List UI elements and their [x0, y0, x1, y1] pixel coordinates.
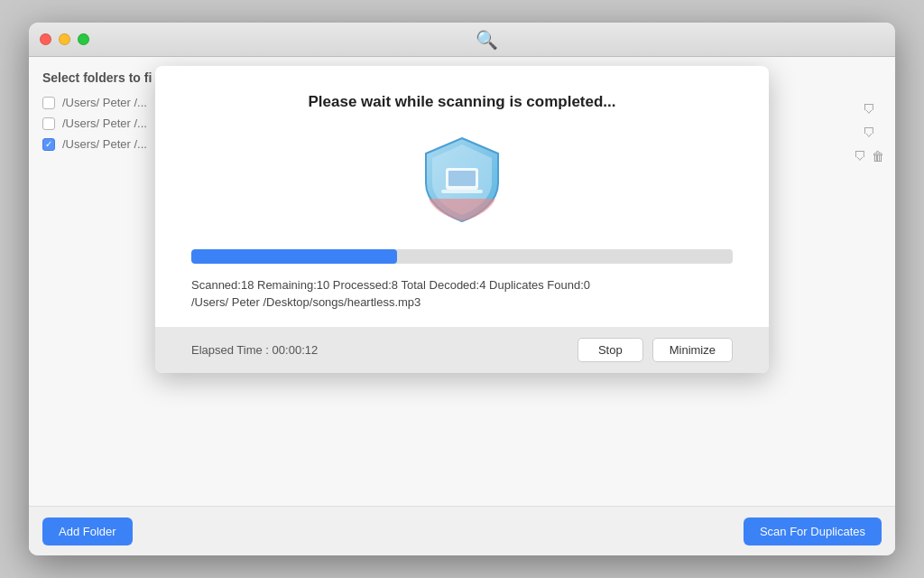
svg-rect-2: [441, 190, 483, 193]
minimize-button-tl[interactable]: [59, 33, 70, 45]
app-icon: 🔍: [476, 29, 498, 51]
shield-icon: [421, 134, 503, 224]
elapsed-value: 00:00:12: [273, 343, 319, 357]
modal-footer: Elapsed Time : 00:00:12 Stop Minimize: [155, 327, 769, 373]
title-bar: 🔍: [29, 23, 895, 57]
main-window: 🔍 Select folders to fi /Users/ Peter /..…: [29, 23, 895, 555]
stats-text: Scanned:18 Remaining:10 Processed:8 Tota…: [191, 278, 733, 292]
footer-buttons: Stop Minimize: [578, 338, 733, 362]
maximize-button-tl[interactable]: [78, 33, 89, 45]
bottom-bar: Add Folder Scan For Duplicates: [29, 506, 895, 555]
modal-body: Please wait while scanning is completed.…: [155, 66, 769, 309]
main-content: Select folders to fi /Users/ Peter /... …: [29, 57, 895, 555]
traffic-lights: [40, 33, 89, 45]
scan-duplicates-button[interactable]: Scan For Duplicates: [744, 517, 882, 545]
shield-container: [191, 134, 733, 224]
modal-overlay: Please wait while scanning is completed.…: [29, 57, 895, 506]
modal-title: Please wait while scanning is completed.…: [191, 93, 733, 111]
minimize-modal-button[interactable]: Minimize: [652, 338, 733, 362]
close-button[interactable]: [40, 33, 51, 45]
add-folder-button[interactable]: Add Folder: [42, 517, 133, 545]
elapsed-label: Elapsed Time :: [191, 343, 273, 357]
progress-bar-track: [191, 249, 733, 264]
svg-rect-1: [448, 171, 476, 186]
current-path: /Users/ Peter /Desktop/songs/heartless.m…: [191, 295, 733, 309]
progress-bar-fill: [191, 249, 397, 264]
scanning-modal: Please wait while scanning is completed.…: [155, 66, 769, 373]
title-bar-center: 🔍: [89, 29, 884, 51]
stop-button[interactable]: Stop: [578, 338, 643, 362]
elapsed-time-display: Elapsed Time : 00:00:12: [191, 343, 318, 357]
